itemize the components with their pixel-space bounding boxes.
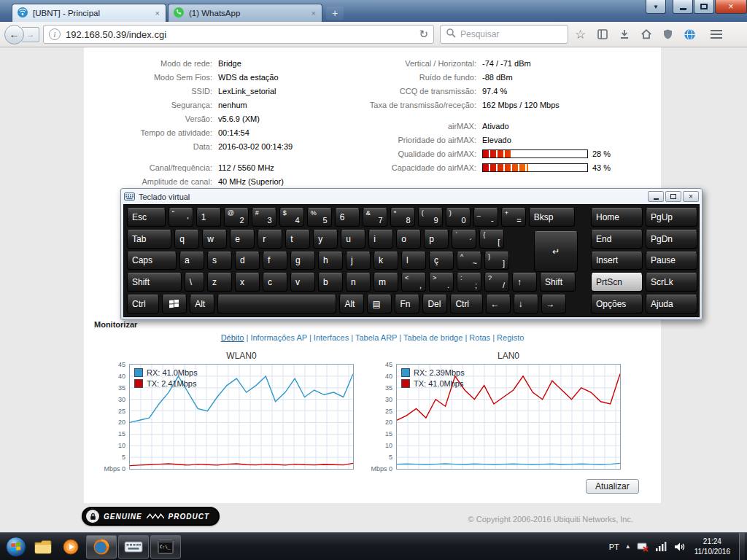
key-↓[interactable]: ↓ [514,295,538,314]
key-,[interactable]: <, [401,273,426,292]
key-8[interactable]: *8 [390,208,415,227]
key-=[interactable]: += [501,208,526,227]
new-tab-button[interactable]: + [326,7,344,20]
key-alt[interactable]: Alt [190,295,214,314]
vk-minimize-button[interactable] [648,191,664,202]
key-ç[interactable]: ç [429,252,454,271]
key-c[interactable]: c [263,273,287,292]
tray-volume-icon[interactable] [673,540,686,553]
key-4[interactable]: $4 [279,208,304,227]
key-6[interactable]: 6 [335,208,360,227]
taskbar-clock[interactable]: 21:24 11/10/2016 [694,537,730,557]
key-pgdn[interactable]: PgDn [646,230,697,249]
home-icon[interactable] [636,25,656,44]
bookmarks-panel-icon[interactable] [592,25,612,44]
key-home[interactable]: Home [591,208,643,227]
key-del[interactable]: Del [422,295,447,314]
key-s[interactable]: s [207,252,232,271]
url-bar[interactable]: i 192.168.50.39/index.cgi ↻ [43,25,434,44]
key-opções[interactable]: Opções [591,295,643,314]
search-bar[interactable]: Pesquisar [440,25,568,44]
key-space[interactable] [217,295,336,314]
monitor-link-rotas[interactable]: Rotas [469,333,490,342]
monitor-link-d-bito[interactable]: Débito [221,333,244,342]
key-q[interactable]: q [174,230,199,249]
key-f[interactable]: f [263,252,287,271]
taskbar-mediaplayer-button[interactable] [57,534,85,559]
key-.[interactable]: >. [429,273,454,292]
key-j[interactable]: j [346,252,371,271]
start-button[interactable] [3,534,29,560]
reload-icon[interactable]: ↻ [419,28,428,41]
key-p[interactable]: p [424,230,449,249]
key-h[interactable]: h [318,252,343,271]
key-x[interactable]: x [235,273,260,292]
downloads-icon[interactable] [614,25,634,44]
key-2[interactable]: @2 [224,208,249,227]
key-][interactable]: }] [484,252,509,271]
key-3[interactable]: #3 [252,208,276,227]
key-esc[interactable]: Esc [127,208,166,227]
tray-network-signal-icon[interactable] [655,540,667,553]
key-7[interactable]: &7 [363,208,387,227]
site-info-icon[interactable]: i [49,28,61,40]
key-9[interactable]: (9 [418,208,443,227]
list-all-tabs-button[interactable]: ▼ [646,0,666,14]
bookmark-star-icon[interactable]: ☆ [570,25,590,44]
taskbar-cmd-button[interactable]: C:\_ [150,535,181,559]
back-button[interactable]: ← [4,25,24,44]
key-↑[interactable]: ↑ [512,273,537,292]
key-shift[interactable]: Shift [127,273,182,292]
key-1[interactable]: 1 [196,208,221,227]
tray-expand-icon[interactable]: ▲ [625,543,631,550]
key-win[interactable] [162,295,187,314]
key-ctrl[interactable]: Ctrl [450,295,482,314]
monitor-link-tabela-arp[interactable]: Tabela ARP [355,333,397,342]
key-pause[interactable]: Pause [646,252,697,271]
key-enter[interactable]: ↵ [534,231,578,272]
key-pgup[interactable]: PgUp [646,208,697,227]
monitor-link-registo[interactable]: Registo [497,333,524,342]
key-z[interactable]: z [207,273,232,292]
shield-icon[interactable] [658,25,678,44]
key-~[interactable]: ^~ [457,252,481,271]
key-m[interactable]: m [374,273,398,292]
monitor-link-tabela-de-bridge[interactable]: Tabela de bridge [403,333,462,342]
key-d[interactable]: d [235,252,260,271]
key-ajuda[interactable]: Ajuda [646,295,697,314]
taskbar-explorer-button[interactable] [29,534,57,559]
key-´[interactable]: `´ [452,230,476,249]
key-ctrl[interactable]: Ctrl [127,295,159,314]
show-desktop-button[interactable] [739,533,745,560]
key-a[interactable]: a [179,252,204,271]
minimize-button[interactable] [673,0,693,14]
tab-ubnt-principal[interactable]: [UBNT] - Principal × [12,4,166,22]
virtual-keyboard-titlebar[interactable]: Teclado virtual × [121,189,702,204]
key-w[interactable]: w [202,230,227,249]
key-scrlk[interactable]: ScrLk [646,273,697,292]
key-0[interactable]: )0 [446,208,471,227]
key-end[interactable]: End [591,230,643,249]
virtual-keyboard-window[interactable]: Teclado virtual × Esc"'1@2#3$4%56&7*8(9)… [120,188,703,320]
globe-icon[interactable] [680,25,700,44]
key-e[interactable]: e [230,230,255,249]
tab-close-icon[interactable]: × [154,9,161,18]
key-bksp[interactable]: Bksp [529,208,575,227]
key-←[interactable]: ← [486,295,511,314]
key-k[interactable]: k [374,252,398,271]
vk-maximize-button[interactable] [665,191,681,202]
tray-device-disabled-icon[interactable] [637,540,649,553]
key-menu[interactable]: ▤ [367,295,392,314]
language-indicator[interactable]: PT [609,542,619,551]
key-;[interactable]: :; [457,273,481,292]
monitor-link-interfaces[interactable]: Interfaces [314,333,349,342]
key-r[interactable]: r [258,230,282,249]
menu-hamburger-icon[interactable] [704,25,729,44]
key-/[interactable]: ?/ [484,273,509,292]
key-t[interactable]: t [285,230,310,249]
url-text[interactable]: 192.168.50.39/index.cgi [66,29,414,40]
key-caps[interactable]: Caps [127,252,177,271]
maximize-button[interactable] [694,0,714,14]
key-g[interactable]: g [290,252,315,271]
key-y[interactable]: y [313,230,338,249]
